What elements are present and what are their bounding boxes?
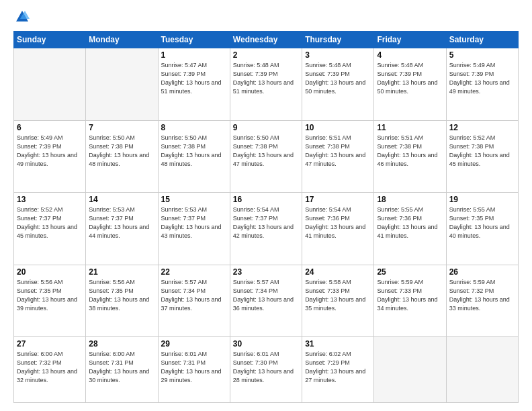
day-info: Sunrise: 5:48 AM Sunset: 7:39 PM Dayligh… (233, 61, 299, 96)
calendar-cell: 2Sunrise: 5:48 AM Sunset: 7:39 PM Daylig… (230, 48, 302, 121)
calendar-week-3: 13Sunrise: 5:52 AM Sunset: 7:37 PM Dayli… (14, 193, 519, 265)
calendar-cell: 9Sunrise: 5:50 AM Sunset: 7:38 PM Daylig… (230, 120, 302, 193)
day-info: Sunrise: 5:50 AM Sunset: 7:38 PM Dayligh… (161, 134, 227, 169)
day-info: Sunrise: 5:55 AM Sunset: 7:35 PM Dayligh… (449, 205, 515, 240)
day-info: Sunrise: 5:54 AM Sunset: 7:36 PM Dayligh… (305, 205, 371, 240)
weekday-header-monday: Monday (86, 32, 158, 48)
day-number: 7 (89, 123, 154, 132)
day-info: Sunrise: 5:47 AM Sunset: 7:39 PM Dayligh… (161, 61, 227, 96)
calendar-cell: 28Sunrise: 6:00 AM Sunset: 7:31 PM Dayli… (86, 337, 158, 403)
day-info: Sunrise: 6:02 AM Sunset: 7:29 PM Dayligh… (305, 350, 371, 385)
day-info: Sunrise: 5:57 AM Sunset: 7:34 PM Dayligh… (161, 278, 227, 313)
day-number: 13 (17, 195, 83, 204)
day-info: Sunrise: 5:52 AM Sunset: 7:38 PM Dayligh… (449, 134, 515, 169)
day-info: Sunrise: 6:01 AM Sunset: 7:30 PM Dayligh… (233, 350, 299, 385)
day-number: 23 (233, 267, 299, 277)
calendar-table: SundayMondayTuesdayWednesdayThursdayFrid… (13, 31, 519, 403)
calendar-cell: 1Sunrise: 5:47 AM Sunset: 7:39 PM Daylig… (158, 48, 230, 121)
calendar-cell (14, 48, 86, 121)
calendar-cell: 17Sunrise: 5:54 AM Sunset: 7:36 PM Dayli… (302, 193, 374, 265)
weekday-header-saturday: Saturday (446, 32, 518, 48)
day-info: Sunrise: 5:50 AM Sunset: 7:38 PM Dayligh… (89, 134, 154, 169)
calendar-cell: 13Sunrise: 5:52 AM Sunset: 7:37 PM Dayli… (14, 193, 86, 265)
calendar-cell: 10Sunrise: 5:51 AM Sunset: 7:38 PM Dayli… (302, 120, 374, 193)
calendar-week-2: 6Sunrise: 5:49 AM Sunset: 7:39 PM Daylig… (14, 120, 519, 193)
day-info: Sunrise: 5:50 AM Sunset: 7:38 PM Dayligh… (233, 134, 299, 169)
day-number: 29 (161, 339, 227, 349)
day-info: Sunrise: 5:53 AM Sunset: 7:37 PM Dayligh… (89, 205, 154, 240)
day-number: 19 (449, 195, 515, 204)
calendar-cell: 11Sunrise: 5:51 AM Sunset: 7:38 PM Dayli… (374, 120, 446, 193)
calendar-cell (374, 337, 446, 403)
day-number: 21 (89, 267, 154, 277)
day-info: Sunrise: 5:56 AM Sunset: 7:35 PM Dayligh… (17, 278, 83, 313)
calendar-cell (446, 337, 518, 403)
day-number: 27 (17, 339, 83, 349)
day-info: Sunrise: 5:54 AM Sunset: 7:37 PM Dayligh… (233, 205, 299, 240)
calendar-cell: 31Sunrise: 6:02 AM Sunset: 7:29 PM Dayli… (302, 337, 374, 403)
day-number: 1 (161, 50, 227, 60)
day-info: Sunrise: 5:51 AM Sunset: 7:38 PM Dayligh… (377, 134, 443, 169)
day-number: 18 (377, 195, 443, 204)
day-number: 17 (305, 195, 371, 204)
calendar-cell: 3Sunrise: 5:48 AM Sunset: 7:39 PM Daylig… (302, 48, 374, 121)
day-number: 31 (305, 339, 371, 349)
calendar-cell: 16Sunrise: 5:54 AM Sunset: 7:37 PM Dayli… (230, 193, 302, 265)
calendar-cell: 12Sunrise: 5:52 AM Sunset: 7:38 PM Dayli… (446, 120, 518, 193)
day-info: Sunrise: 5:49 AM Sunset: 7:39 PM Dayligh… (17, 134, 83, 169)
logo (13, 11, 30, 24)
day-info: Sunrise: 5:56 AM Sunset: 7:35 PM Dayligh… (89, 278, 154, 313)
weekday-header-sunday: Sunday (14, 32, 86, 48)
day-number: 24 (305, 267, 371, 277)
day-number: 9 (233, 123, 299, 132)
day-number: 8 (161, 123, 227, 132)
day-number: 3 (305, 50, 371, 60)
day-info: Sunrise: 5:48 AM Sunset: 7:39 PM Dayligh… (305, 61, 371, 96)
calendar-week-5: 27Sunrise: 6:00 AM Sunset: 7:32 PM Dayli… (14, 337, 519, 403)
calendar-cell: 19Sunrise: 5:55 AM Sunset: 7:35 PM Dayli… (446, 193, 518, 265)
day-number: 2 (233, 50, 299, 60)
calendar-cell: 26Sunrise: 5:59 AM Sunset: 7:32 PM Dayli… (446, 265, 518, 337)
day-number: 28 (89, 339, 154, 349)
calendar-cell: 18Sunrise: 5:55 AM Sunset: 7:36 PM Dayli… (374, 193, 446, 265)
calendar-cell: 5Sunrise: 5:49 AM Sunset: 7:39 PM Daylig… (446, 48, 518, 121)
calendar-header-row: SundayMondayTuesdayWednesdayThursdayFrid… (14, 32, 519, 48)
page: SundayMondayTuesdayWednesdayThursdayFrid… (0, 0, 532, 411)
calendar-cell: 29Sunrise: 6:01 AM Sunset: 7:31 PM Dayli… (158, 337, 230, 403)
day-number: 15 (161, 195, 227, 204)
calendar-cell: 23Sunrise: 5:57 AM Sunset: 7:34 PM Dayli… (230, 265, 302, 337)
day-number: 14 (89, 195, 154, 204)
day-number: 4 (377, 50, 443, 60)
day-info: Sunrise: 5:59 AM Sunset: 7:33 PM Dayligh… (377, 278, 443, 313)
day-number: 22 (161, 267, 227, 277)
day-number: 5 (449, 50, 515, 60)
calendar-cell: 15Sunrise: 5:53 AM Sunset: 7:37 PM Dayli… (158, 193, 230, 265)
calendar-cell: 27Sunrise: 6:00 AM Sunset: 7:32 PM Dayli… (14, 337, 86, 403)
weekday-header-wednesday: Wednesday (230, 32, 302, 48)
calendar-cell: 22Sunrise: 5:57 AM Sunset: 7:34 PM Dayli… (158, 265, 230, 337)
day-number: 10 (305, 123, 371, 132)
day-number: 12 (449, 123, 515, 132)
weekday-header-friday: Friday (374, 32, 446, 48)
calendar-cell: 7Sunrise: 5:50 AM Sunset: 7:38 PM Daylig… (86, 120, 158, 193)
day-info: Sunrise: 5:59 AM Sunset: 7:32 PM Dayligh… (449, 278, 515, 313)
weekday-header-tuesday: Tuesday (158, 32, 230, 48)
day-info: Sunrise: 5:48 AM Sunset: 7:39 PM Dayligh… (377, 61, 443, 96)
logo-icon (15, 9, 30, 24)
day-number: 26 (449, 267, 515, 277)
day-info: Sunrise: 5:55 AM Sunset: 7:36 PM Dayligh… (377, 205, 443, 240)
day-number: 16 (233, 195, 299, 204)
day-number: 11 (377, 123, 443, 132)
day-number: 6 (17, 123, 83, 132)
calendar-cell: 24Sunrise: 5:58 AM Sunset: 7:33 PM Dayli… (302, 265, 374, 337)
calendar-cell: 14Sunrise: 5:53 AM Sunset: 7:37 PM Dayli… (86, 193, 158, 265)
day-info: Sunrise: 5:57 AM Sunset: 7:34 PM Dayligh… (233, 278, 299, 313)
calendar-cell: 8Sunrise: 5:50 AM Sunset: 7:38 PM Daylig… (158, 120, 230, 193)
calendar-cell (86, 48, 158, 121)
day-info: Sunrise: 5:52 AM Sunset: 7:37 PM Dayligh… (17, 205, 83, 240)
day-info: Sunrise: 5:51 AM Sunset: 7:38 PM Dayligh… (305, 134, 371, 169)
day-info: Sunrise: 5:53 AM Sunset: 7:37 PM Dayligh… (161, 205, 227, 240)
day-info: Sunrise: 5:58 AM Sunset: 7:33 PM Dayligh… (305, 278, 371, 313)
day-number: 25 (377, 267, 443, 277)
header (13, 11, 519, 24)
